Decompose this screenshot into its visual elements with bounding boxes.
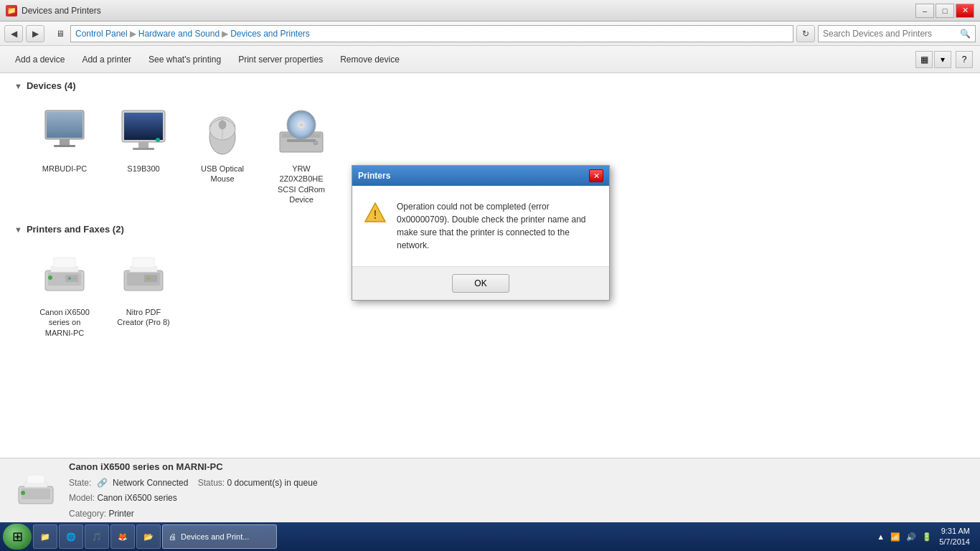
minimize-button[interactable]: – xyxy=(915,4,934,18)
taskbar-explorer[interactable]: 📁 xyxy=(33,524,57,549)
search-box[interactable]: 🔍 xyxy=(818,25,976,42)
back-button[interactable]: ◀ xyxy=(4,25,23,42)
taskbar-firefox[interactable]: 🦊 xyxy=(110,524,135,549)
status-bar: Canon iX6500 series on MARNI-PC State: 🔗… xyxy=(0,458,980,522)
printers-section-title: Printers and Faxes (2) xyxy=(27,224,124,235)
svg-text:!: ! xyxy=(373,209,377,221)
status-model-row: Model: Canon iX6500 series xyxy=(69,491,318,507)
status-state-row: State: 🔗 Network Connected Status: 0 doc… xyxy=(69,476,318,491)
add-printer-button[interactable]: Add a printer xyxy=(74,50,139,70)
printer-network-icon xyxy=(36,247,93,304)
status-printer-icon xyxy=(14,469,57,512)
view-dropdown-button[interactable]: ▾ xyxy=(934,51,951,68)
state-value: Network Connected xyxy=(113,478,188,488)
status-device-name: Canon iX6500 series on MARNI-PC xyxy=(69,458,318,475)
svg-rect-35 xyxy=(133,258,154,268)
device-name-cdrom: YRW 2Z0X2B0HE SCSI CdRom Device xyxy=(270,164,332,204)
tray-power: 🔋 xyxy=(922,532,932,542)
search-input[interactable] xyxy=(823,29,957,39)
address-path[interactable]: Control Panel ▶ Hardware and Sound ▶ Dev… xyxy=(70,25,793,42)
svg-point-28 xyxy=(68,277,71,280)
device-name-monitor: S19B300 xyxy=(127,164,159,174)
svg-rect-8 xyxy=(138,142,149,148)
dialog-footer: OK xyxy=(352,266,609,300)
status-label: Status: xyxy=(198,478,225,488)
svg-rect-9 xyxy=(133,148,154,150)
taskbar-devices-icon: 🖨 xyxy=(169,532,176,541)
tray-arrow[interactable]: ▲ xyxy=(877,532,885,541)
dialog-title: Printers xyxy=(358,171,390,181)
path-control-panel[interactable]: Control Panel xyxy=(75,29,128,39)
shell-icon: 🖥 xyxy=(53,27,67,41)
clock[interactable]: 9:31 AM 5/7/2014 xyxy=(939,526,970,548)
device-item-monitor[interactable]: S19B300 xyxy=(108,98,179,209)
svg-rect-26 xyxy=(54,258,75,268)
svg-point-30 xyxy=(48,276,52,280)
dialog-body: ! Operation could not be completed (erro… xyxy=(352,186,609,266)
add-device-button[interactable]: Add a device xyxy=(7,50,72,70)
device-item-mouse[interactable]: USB Optical Mouse xyxy=(187,98,258,209)
device-name-canon: Canon iX6500 series on MARNI-PC xyxy=(34,307,95,338)
svg-rect-7 xyxy=(124,113,163,140)
model-value: Canon iX6500 series xyxy=(97,493,176,503)
svg-point-38 xyxy=(152,277,155,280)
taskbar-devices-printers[interactable]: 🖨 Devices and Print... xyxy=(162,524,277,549)
taskbar: ⊞ 📁 🌐 🎵 🦊 📂 🖨 Devices and Print... ▲ 📶 🔊… xyxy=(0,522,980,551)
svg-rect-41 xyxy=(22,489,50,499)
device-name-mouse: USB Optical Mouse xyxy=(192,164,253,184)
svg-rect-4 xyxy=(54,145,75,147)
cdrom-icon xyxy=(273,103,330,161)
window-controls: – □ ✕ xyxy=(915,4,974,18)
devices-section-title: Devices (4) xyxy=(27,80,76,91)
printer-local-icon xyxy=(115,247,172,304)
svg-point-21 xyxy=(314,141,318,145)
taskbar-folder[interactable]: 📂 xyxy=(136,524,161,549)
category-value: Printer xyxy=(108,509,133,519)
close-button[interactable]: ✕ xyxy=(956,4,974,18)
devices-collapse-arrow[interactable]: ▼ xyxy=(14,82,22,90)
device-item-canon[interactable]: Canon iX6500 series on MARNI-PC xyxy=(29,242,100,343)
taskbar-media[interactable]: 🎵 xyxy=(85,524,109,549)
device-name-computer: MRBUDI-PC xyxy=(42,164,87,174)
taskbar-ie[interactable]: 🌐 xyxy=(59,524,83,549)
print-server-props-button[interactable]: Print server properties xyxy=(230,50,331,70)
svg-point-19 xyxy=(300,123,303,126)
address-bar: ◀ ▶ 🖥 Control Panel ▶ Hardware and Sound… xyxy=(0,22,980,46)
path-devices-printers[interactable]: Devices and Printers xyxy=(230,29,310,39)
path-hardware-sound[interactable]: Hardware and Sound xyxy=(138,29,220,39)
refresh-button[interactable]: ↻ xyxy=(796,25,815,42)
category-label: Category: xyxy=(69,509,106,519)
svg-point-44 xyxy=(21,491,25,495)
devices-section-header: ▼ Devices (4) xyxy=(14,80,966,91)
view-options-button[interactable]: ▦ xyxy=(915,51,933,68)
tray-network: 📶 xyxy=(890,532,900,542)
dialog-ok-button[interactable]: OK xyxy=(452,274,509,293)
toolbar: Add a device Add a printer See what's pr… xyxy=(0,46,980,73)
tray-sound: 🔊 xyxy=(906,532,916,542)
maximize-button[interactable]: □ xyxy=(936,4,954,18)
taskbar-devices-label: Devices and Print... xyxy=(181,532,249,541)
svg-rect-36 xyxy=(144,275,157,282)
dialog-close-button[interactable]: ✕ xyxy=(589,169,603,182)
see-whats-printing-button[interactable]: See what's printing xyxy=(141,50,229,70)
clock-date: 5/7/2014 xyxy=(939,537,970,547)
help-button[interactable]: ? xyxy=(956,51,973,68)
device-item-computer[interactable]: MRBUDI-PC xyxy=(29,98,100,209)
svg-point-14 xyxy=(219,121,226,129)
computer-icon xyxy=(36,103,93,161)
forward-button[interactable]: ▶ xyxy=(26,25,44,42)
device-item-nitro[interactable]: Nitro PDF Creator (Pro 8) xyxy=(108,242,179,343)
start-button[interactable]: ⊞ xyxy=(3,524,32,550)
dialog-title-bar: Printers ✕ xyxy=(352,166,609,186)
clock-time: 9:31 AM xyxy=(939,526,970,537)
svg-point-29 xyxy=(73,277,76,280)
monitor-icon xyxy=(115,103,172,161)
remove-device-button[interactable]: Remove device xyxy=(332,50,407,70)
title-bar: 📁 Devices and Printers – □ ✕ xyxy=(0,0,980,22)
state-label: State: xyxy=(69,478,91,488)
printers-error-dialog: Printers ✕ ! Operation could not be comp… xyxy=(352,165,610,301)
warning-icon: ! xyxy=(364,202,387,225)
svg-rect-2 xyxy=(47,112,83,138)
device-item-cdrom[interactable]: YRW 2Z0X2B0HE SCSI CdRom Device xyxy=(265,98,337,209)
printers-collapse-arrow[interactable]: ▼ xyxy=(14,225,22,234)
